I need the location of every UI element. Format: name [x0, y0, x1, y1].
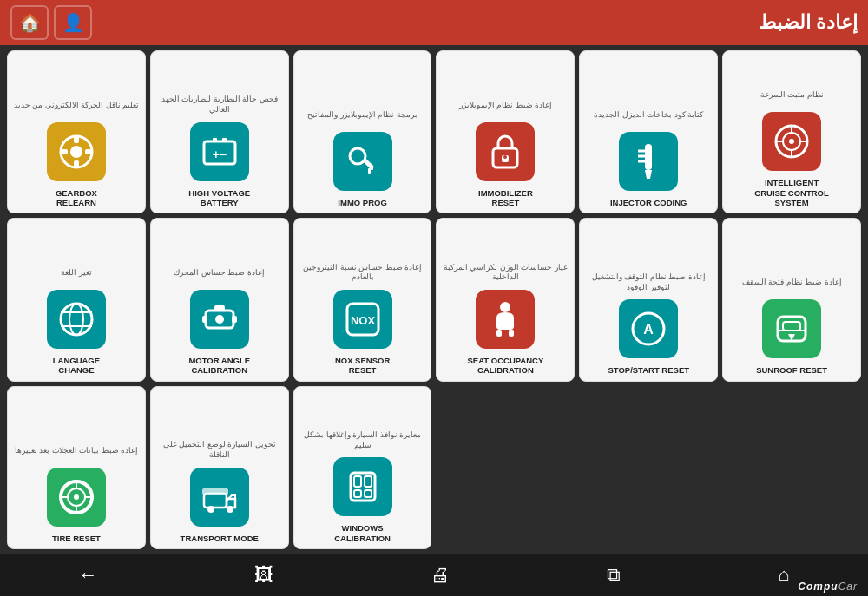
top-bar: 🏠 👤 إعادة الضبط [0, 0, 868, 45]
svg-point-36 [215, 315, 224, 324]
transport-mode-icon [190, 468, 249, 527]
svg-rect-55 [204, 494, 227, 508]
injector-coding-arabic: كتابة كود بخاخات الديزل الجديدة [583, 106, 713, 125]
windows-calibration-icon [333, 457, 392, 516]
svg-rect-3 [74, 160, 79, 167]
motor-angle-calibration-arabic: إعادة ضبط حساس المحرك [155, 264, 285, 283]
svg-rect-46 [783, 322, 800, 331]
injector-coding-label: INJECTOR CODING [610, 198, 687, 207]
sunroof-reset-label: SUNROOF RESET [756, 365, 827, 375]
tire-reset-label: TIRE RESET [52, 534, 101, 543]
svg-rect-63 [365, 490, 372, 497]
user-button[interactable]: 👤 [54, 5, 92, 40]
svg-rect-35 [232, 316, 237, 323]
cruise-control-icon [762, 112, 821, 171]
language-change-arabic: تغير اللغة [11, 264, 141, 283]
nav-back[interactable]: ← [68, 560, 108, 590]
language-change[interactable]: تغير اللغة LANGUAGE CHANGE [7, 218, 146, 381]
motor-angle-calibration[interactable]: إعادة ضبط حساس المحرك MOTOR ANGLE CALIBR… [150, 218, 289, 381]
svg-rect-5 [85, 149, 92, 154]
nav-print[interactable]: 🖨 [420, 560, 460, 590]
svg-point-1 [70, 146, 82, 158]
svg-rect-12 [368, 168, 371, 174]
nav-home[interactable]: ⌂ [767, 560, 799, 590]
cruise-control[interactable]: نظام مثبت السرعة INTELLIGENT CRUISE CONT… [722, 50, 861, 213]
svg-rect-62 [354, 490, 361, 497]
svg-rect-34 [202, 316, 207, 323]
tire-reset-arabic: إعادة ضبط بيانات العجلات بعد تغييرها [11, 442, 141, 461]
high-voltage-battery[interactable]: فحص حالة البطارية لبطاريات الجهد العالي … [150, 50, 289, 213]
top-bar-actions: 🏠 👤 [10, 5, 92, 40]
main-area: تعليم ناقل الحركة الالكتروني من جديد GEA… [0, 45, 868, 554]
high-voltage-battery-icon: +− [190, 122, 249, 181]
cruise-control-label: INTELLIGENT CRUISE CONTROL SYSTEM [754, 178, 829, 207]
page-title: إعادة الضبط [759, 11, 858, 34]
svg-text:NOX: NOX [350, 314, 375, 327]
stop-start-reset-label: STOP/START RESET [608, 365, 689, 375]
immo-prog-icon [333, 132, 392, 191]
svg-marker-18 [645, 170, 652, 179]
seat-occupancy-icon [476, 290, 535, 349]
stop-start-reset-arabic: إعادة ضبط نظام التوقف والتشغيل لتوفير ال… [583, 272, 713, 292]
svg-point-50 [74, 494, 79, 500]
seat-occupancy-label: SEAT OCCUPANCY CALIBRATION [468, 356, 544, 376]
svg-rect-60 [354, 476, 361, 487]
nox-sensor-reset-label: NOX SENSOR RESET [335, 356, 390, 376]
nox-sensor-reset-arabic: إعادة ضبط حساس نسبة النيتروجين بالعادم [298, 263, 428, 283]
stop-start-reset-icon: A [619, 299, 678, 358]
immobilizer-reset-arabic: إعادة ضبط نظام الإيموبلايزر [440, 96, 570, 115]
svg-rect-41 [496, 330, 502, 337]
svg-rect-61 [365, 476, 372, 487]
immo-prog-label: IMMO PROG [338, 198, 386, 207]
svg-point-57 [227, 506, 233, 513]
nox-sensor-reset[interactable]: إعادة ضبط حساس نسبة النيتروجين بالعادم N… [293, 218, 432, 381]
gearbox-relearn[interactable]: تعليم ناقل الحركة الالكتروني من جديد GEA… [7, 50, 146, 213]
transport-mode-arabic: تحويل السيارة لوضع التحميل على الناقلة [155, 440, 285, 460]
windows-calibration[interactable]: معايرة نوافذ السيارة وإغلاقها بشكل سليم … [293, 386, 432, 549]
stop-start-reset[interactable]: إعادة ضبط نظام التوقف والتشغيل لتوفير ال… [579, 218, 718, 381]
bottom-nav: ← 🖼 🖨 ⧉ ⌂ CompuCar [0, 554, 868, 596]
gearbox-relearn-label: GEARBOX RELEARN [56, 188, 97, 208]
sunroof-reset-arabic: إعادة ضبط نظام فتحة السقف [727, 273, 857, 292]
language-change-label: LANGUAGE CHANGE [53, 356, 100, 376]
svg-point-10 [350, 148, 365, 164]
immo-prog-arabic: برمجة نظام الإيموبلايزر والمفاتيح [298, 106, 428, 125]
nox-sensor-reset-icon: NOX [333, 290, 392, 349]
svg-point-16 [503, 155, 507, 159]
immo-prog[interactable]: برمجة نظام الإيموبلايزر والمفاتيح IMMO P… [293, 50, 432, 213]
home-button[interactable]: 🏠 [10, 5, 49, 40]
gearbox-relearn-arabic: تعليم ناقل الحركة الالكتروني من جديد [11, 96, 141, 115]
nav-image[interactable]: 🖼 [244, 560, 284, 590]
tire-reset[interactable]: إعادة ضبط بيانات العجلات بعد تغييرها TIR… [7, 386, 146, 549]
motor-angle-calibration-icon [190, 290, 249, 349]
injector-coding-icon [619, 132, 678, 191]
windows-calibration-label: WINDOWS CALIBRATION [334, 523, 391, 543]
nav-copy[interactable]: ⧉ [596, 560, 631, 590]
seat-occupancy[interactable]: عيار حساسات الوزن لكراسي المركبة الداخلي… [436, 218, 575, 381]
injector-coding[interactable]: كتابة كود بخاخات الديزل الجديدة INJECTOR… [579, 50, 718, 213]
svg-point-29 [61, 304, 92, 335]
transport-mode-label: TRANSPORT MODE [181, 534, 259, 543]
svg-point-24 [789, 139, 794, 144]
cards-grid: تعليم ناقل الحركة الالكتروني من جديد GEA… [7, 50, 861, 549]
svg-point-56 [207, 506, 214, 513]
svg-rect-8 [222, 138, 227, 142]
svg-rect-7 [213, 138, 217, 142]
svg-text:+−: +− [213, 147, 227, 161]
high-voltage-battery-arabic: فحص حالة البطارية لبطاريات الجهد العالي [155, 95, 285, 115]
svg-rect-37 [214, 305, 225, 311]
motor-angle-calibration-label: MOTOR ANGLE CALIBRATION [188, 356, 250, 376]
transport-mode[interactable]: تحويل السيارة لوضع التحميل على الناقلة T… [150, 386, 289, 549]
gearbox-relearn-icon [47, 122, 106, 181]
svg-rect-58 [202, 488, 228, 495]
immobilizer-reset[interactable]: إعادة ضبط نظام الإيموبلايزر IMMOBILIZER … [436, 50, 575, 213]
svg-rect-17 [645, 144, 652, 170]
svg-text:A: A [643, 322, 654, 337]
sunroof-reset[interactable]: إعادة ضبط نظام فتحة السقف SUNROOF RESET [722, 218, 861, 381]
tire-reset-icon [47, 468, 106, 527]
seat-occupancy-arabic: عيار حساسات الوزن لكراسي المركبة الداخلي… [440, 263, 570, 283]
immobilizer-reset-label: IMMOBILIZER RESET [478, 188, 533, 208]
svg-rect-42 [509, 330, 514, 337]
logo: CompuCar [798, 580, 858, 593]
svg-rect-2 [74, 136, 79, 143]
